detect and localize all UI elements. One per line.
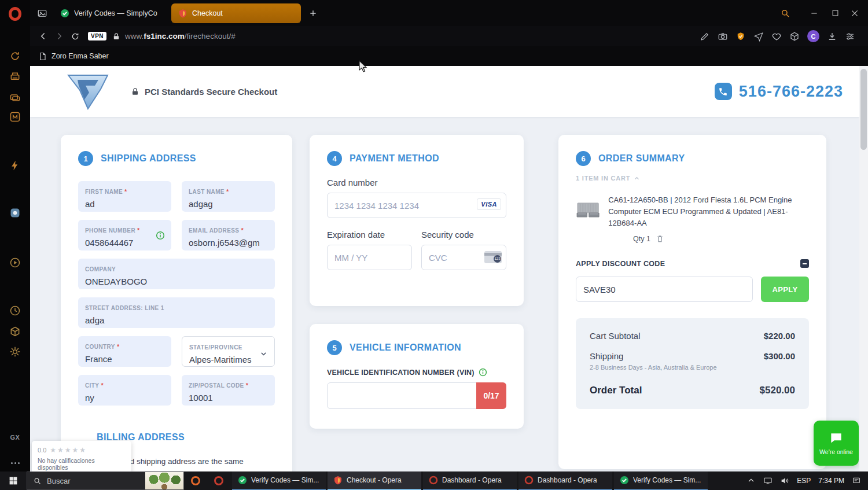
field-value: 0458644467 <box>85 238 164 248</box>
vpn-badge[interactable]: VPN <box>88 32 106 40</box>
collapse-minus-icon[interactable] <box>800 259 809 268</box>
send-icon[interactable] <box>753 31 764 42</box>
zip-field[interactable]: ZIP/POSTAL CODE* 10001 <box>182 375 275 406</box>
reload-button[interactable] <box>67 28 83 45</box>
taskbar-search-box[interactable]: Buscar <box>27 471 184 490</box>
taskbar-window-dashboard-1[interactable]: Dashboard - Opera <box>423 471 517 490</box>
field-label: STATE/PROVINCE <box>189 344 242 351</box>
verify-codes-favicon <box>238 476 247 485</box>
fs1-logo[interactable] <box>62 73 113 110</box>
opera-favicon <box>429 476 438 485</box>
info-icon[interactable] <box>479 368 487 377</box>
player-icon[interactable] <box>9 256 21 269</box>
security-code-label: Security code <box>421 230 506 240</box>
taskbar-window-verify-1[interactable]: Verify Codes — Sim... <box>232 471 326 490</box>
country-field[interactable]: COUNTRY* France <box>78 336 171 367</box>
email-field[interactable]: EMAIL ADDRESS* osborn.j6543@gm <box>182 220 275 250</box>
back-button[interactable] <box>35 28 51 45</box>
cards-icon[interactable] <box>9 91 21 104</box>
shipping-row: Shipping 2-8 Business Days - Asia, Austr… <box>590 351 795 371</box>
state-province-select[interactable]: STATE/PROVINCE Alpes-Maritimes <box>182 336 275 367</box>
action-center-icon[interactable] <box>852 476 861 485</box>
download-icon[interactable] <box>827 31 837 42</box>
street-address-field[interactable]: STREET ADDRESS: LINE 1 adga <box>78 297 275 328</box>
product-name[interactable]: CA61-12A650-BB | 2012 Ford Fiesta 1.6L P… <box>608 194 809 229</box>
city-field[interactable]: CITY* ny <box>78 375 171 406</box>
settings-gear-icon[interactable] <box>9 345 21 358</box>
discount-row: APPLY <box>576 277 809 302</box>
search-tabs-icon[interactable] <box>777 0 794 26</box>
extensions-box-icon[interactable] <box>9 325 21 338</box>
m-app-icon[interactable] <box>9 110 21 123</box>
bookmark-item[interactable]: Zoro Enma Saber <box>52 52 109 60</box>
settings-sliders-icon[interactable] <box>845 31 855 42</box>
language-indicator[interactable]: ESP <box>797 477 811 485</box>
snapshot-camera-icon[interactable] <box>718 31 728 42</box>
search-highlight-image[interactable] <box>145 472 183 489</box>
phone-number-field[interactable]: PHONE NUMBER* 0458644467 <box>78 220 171 250</box>
taskbar-window-checkout[interactable]: Checkout - Opera <box>328 471 421 490</box>
tab-checkout[interactable]: Checkout <box>171 3 301 23</box>
messenger-app-icon[interactable] <box>9 207 21 219</box>
product-image[interactable] <box>576 194 600 227</box>
forward-button[interactable] <box>51 28 67 45</box>
extension-cube-icon[interactable] <box>789 31 800 42</box>
field-value: 10001 <box>189 393 268 403</box>
shipping-note: 2-8 Business Days - Asia, Australia & Eu… <box>590 364 717 371</box>
volume-icon[interactable] <box>780 476 789 485</box>
cart-product-row: CA61-12A650-BB | 2012 Ford Fiesta 1.6L P… <box>576 194 809 229</box>
minimize-button[interactable] <box>806 0 823 26</box>
opera-logo-icon[interactable] <box>9 8 21 20</box>
totals-box: Cart Subtotal $220.00 Shipping 2-8 Busin… <box>576 318 809 409</box>
chat-widget[interactable]: We're online <box>814 421 859 466</box>
task-label: Dashboard - Opera <box>538 476 597 484</box>
bolt-icon[interactable] <box>9 159 21 172</box>
phone-number: 516-766-2223 <box>739 83 843 101</box>
scrollbar-thumb[interactable] <box>860 69 867 150</box>
taskbar-window-dashboard-2[interactable]: Dashboard - Opera <box>518 471 612 490</box>
profile-avatar[interactable]: C <box>807 30 819 42</box>
phone-link[interactable]: 516-766-2223 <box>715 83 843 101</box>
page-scrollbar[interactable] <box>859 66 868 471</box>
discount-code-input[interactable] <box>576 277 753 302</box>
pinned-opera-gx-icon[interactable] <box>184 471 207 490</box>
clock[interactable]: 7:34 PM <box>818 477 844 485</box>
close-button[interactable] <box>846 0 863 26</box>
apply-button[interactable]: APPLY <box>761 277 809 302</box>
site-header: PCI Standards Secure Checkout 516-766-22… <box>30 66 859 117</box>
url-text[interactable]: www.fs1inc.com/firecheckout/# <box>125 32 236 40</box>
payment-step-header: 4 PAYMENT METHOD <box>327 151 506 166</box>
info-icon[interactable] <box>156 231 165 242</box>
more-dots-icon[interactable] <box>0 456 30 466</box>
display-network-icon[interactable] <box>763 476 773 485</box>
page-viewport: PCI Standards Secure Checkout 516-766-22… <box>30 66 868 471</box>
taskbar-window-verify-2[interactable]: Verify Codes — Sim... <box>614 471 708 490</box>
compose-icon[interactable] <box>700 31 710 42</box>
new-tab-button[interactable] <box>304 5 322 22</box>
tab-gallery-icon[interactable] <box>34 5 51 22</box>
printer-icon[interactable] <box>9 71 21 83</box>
refresh-circle-icon[interactable] <box>9 50 21 62</box>
chat-bubble-icon <box>829 431 844 446</box>
history-clock-icon[interactable] <box>9 304 21 317</box>
section-title: SHIPPING ADDRESS <box>101 153 196 164</box>
tab-verify-codes[interactable]: Verify Codes — SimplyCo <box>53 3 169 23</box>
shield-badge-icon[interactable] <box>735 31 746 42</box>
field-value: ny <box>85 393 164 403</box>
cart-items-toggle[interactable]: 1 ITEM IN CART <box>576 175 809 182</box>
expiration-input[interactable] <box>327 245 412 270</box>
tray-chevron-icon[interactable] <box>746 476 756 485</box>
first-name-field[interactable]: FIRST NAME* ad <box>78 181 171 212</box>
last-name-field[interactable]: LAST NAME* adgag <box>182 181 275 212</box>
company-field[interactable]: COMPANY ONEDAYBOGO <box>78 259 275 289</box>
start-button[interactable] <box>0 471 27 490</box>
field-label: STREET ADDRESS: LINE 1 <box>85 305 164 311</box>
screen: GX Verify Codes — SimplyCo Checkout <box>0 0 868 490</box>
heart-icon[interactable] <box>771 31 782 42</box>
rating-text: No hay calificaciones disponibles <box>38 457 126 471</box>
trash-icon[interactable] <box>656 234 664 243</box>
maximize-button[interactable] <box>826 0 844 26</box>
lock-icon[interactable] <box>112 32 120 40</box>
pinned-opera-icon[interactable] <box>207 471 230 490</box>
tab-label: Verify Codes — SimplyCo <box>74 9 157 17</box>
